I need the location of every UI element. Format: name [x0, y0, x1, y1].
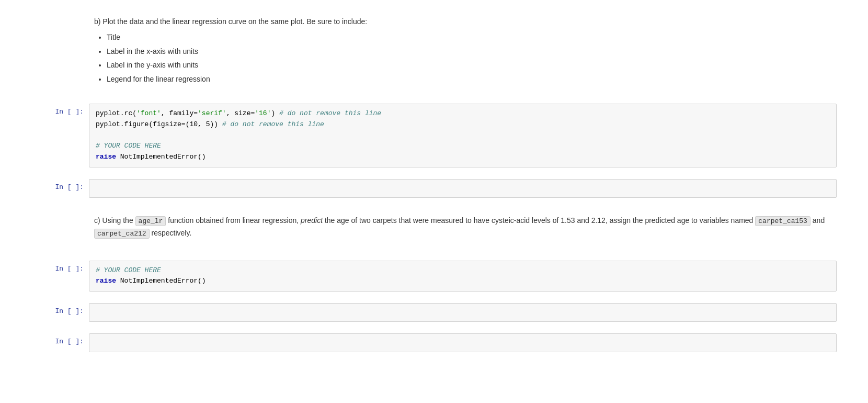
code-line-blank	[96, 130, 830, 141]
in-label-1: In [ ]:	[31, 104, 89, 116]
list-item-title: Title	[107, 31, 837, 43]
code-line-2: pyplot.figure(figsize=(10, 5)) # do not …	[96, 119, 830, 130]
code-cell-1[interactable]: pyplot.rc('font', family='serif', size='…	[89, 104, 837, 167]
code-keyword: raise	[96, 277, 120, 285]
code-cell-row-5: In [ ]:	[31, 333, 837, 352]
code-func: pyplot.figure(figsize=(10, 5))	[96, 120, 218, 128]
code-cell-4-empty[interactable]	[89, 303, 837, 322]
in-label-2: In [ ]:	[31, 179, 89, 191]
code-cell-5-empty[interactable]	[89, 333, 837, 352]
notebook-container: b) Plot the data and the linear regressi…	[21, 10, 847, 352]
code-cell-row-3: In [ ]: # YOUR CODE HERE raise NotImplem…	[31, 261, 837, 292]
code-comment: # YOUR CODE HERE	[96, 266, 161, 274]
code-keyword: raise	[96, 153, 120, 161]
list-item-ylabel: Label in the y-axis with units	[107, 59, 837, 71]
code-cell-row-4: In [ ]:	[31, 303, 837, 322]
list-item-legend: Legend for the linear regression	[107, 73, 837, 85]
code-cell-row-1: In [ ]: pyplot.rc('font', family='serif'…	[31, 104, 837, 167]
code-string: 'serif'	[198, 109, 226, 117]
markdown-b-heading: b) Plot the data and the linear regressi…	[94, 16, 837, 27]
markdown-cell-c: c) Using the age_lr function obtained fr…	[31, 209, 837, 249]
inline-code-carpet153: carpet_ca153	[755, 216, 810, 226]
markdown-cell-b: b) Plot the data and the linear regressi…	[31, 10, 837, 92]
italic-predict: predict	[301, 216, 323, 225]
code-string: '16'	[255, 109, 271, 117]
markdown-b-list: Title Label in the x-axis with units Lab…	[107, 31, 837, 85]
inline-code-age-lr: age_lr	[135, 216, 166, 226]
markdown-c-text: c) Using the age_lr function obtained fr…	[94, 215, 837, 240]
code-func: pyplot.rc(	[96, 109, 136, 117]
code-comment: # do not remove this line	[275, 109, 381, 117]
code-cell-2-empty[interactable]	[89, 179, 837, 198]
in-label-4: In [ ]:	[31, 303, 89, 315]
code-comment: # YOUR CODE HERE	[96, 142, 161, 150]
list-item-xlabel: Label in the x-axis with units	[107, 46, 837, 57]
code-cell-row-2: In [ ]:	[31, 179, 837, 198]
code-line-raise-2: raise NotImplementedError()	[96, 276, 830, 287]
code-line-your-code-2: # YOUR CODE HERE	[96, 265, 830, 276]
in-label-5: In [ ]:	[31, 333, 89, 345]
code-func: , family=	[161, 109, 198, 117]
code-func: NotImplementedError()	[120, 277, 206, 285]
code-cell-3[interactable]: # YOUR CODE HERE raise NotImplementedErr…	[89, 261, 837, 292]
code-line-raise: raise NotImplementedError()	[96, 152, 830, 163]
code-func: , size=	[226, 109, 255, 117]
code-func: NotImplementedError()	[120, 153, 206, 161]
code-string: 'font'	[136, 109, 161, 117]
in-label-3: In [ ]:	[31, 261, 89, 273]
inline-code-carpet212: carpet_ca212	[94, 229, 150, 239]
code-line-your-code: # YOUR CODE HERE	[96, 141, 830, 152]
code-line-1: pyplot.rc('font', family='serif', size='…	[96, 108, 830, 119]
code-comment: # do not remove this line	[218, 120, 324, 128]
